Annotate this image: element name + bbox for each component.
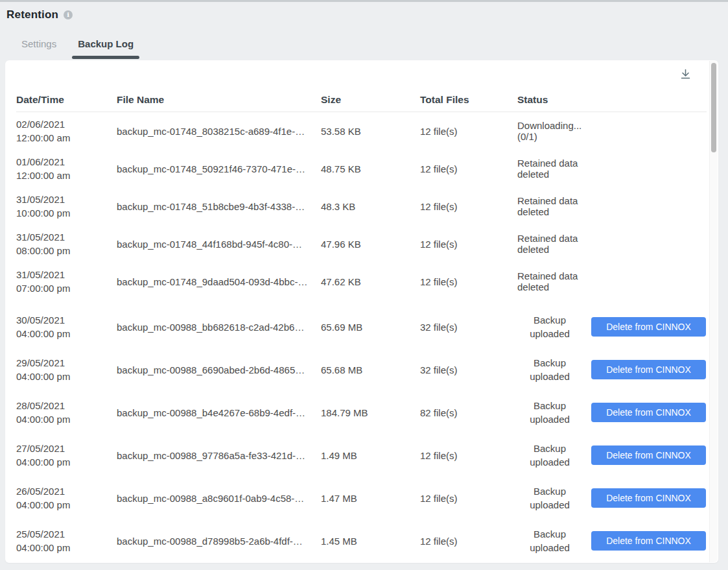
cell-action: Delete from CINNOX	[591, 403, 707, 422]
cell-total-files: 32 file(s)	[420, 364, 517, 375]
table-body: 02/06/2021 12:00:00 am backup_mc-01748_8…	[16, 112, 707, 562]
cell-total-files: 12 file(s)	[420, 163, 517, 174]
cell-date-time: 31/05/2021 08:00:00 pm	[16, 230, 117, 257]
cell-total-files: 12 file(s)	[420, 276, 517, 287]
cell-file-name: backup_mc-00988_a8c9601f-0ab9-4c58-…	[117, 493, 321, 504]
cell-date-time: 29/05/2021 04:00:00 pm	[16, 356, 117, 383]
cell-file-name: backup_mc-00988_bb682618-c2ad-42b6…	[117, 322, 321, 333]
page-title: Retention	[6, 8, 58, 21]
cell-total-files: 82 file(s)	[420, 407, 517, 418]
cell-status: Backup uploaded	[517, 313, 591, 340]
scrollbar-thumb[interactable]	[711, 63, 716, 152]
status-text: Backup uploaded	[517, 527, 582, 554]
cell-status: Retained data deleted	[517, 233, 591, 255]
card-toolbar	[16, 60, 707, 88]
table-row: 02/06/2021 12:00:00 am backup_mc-01748_8…	[16, 112, 707, 150]
cell-date-time: 30/05/2021 04:00:00 pm	[16, 313, 117, 340]
cell-file-name: backup_mc-01748_8038215c-a689-4f1e-…	[117, 126, 321, 137]
cell-size: 47.62 KB	[321, 276, 420, 287]
top-divider	[0, 0, 728, 2]
cell-file-name: backup_mc-00988_d78998b5-2a6b-4fdf-…	[117, 536, 321, 547]
cell-action: Delete from CINNOX	[591, 360, 707, 379]
column-header-file-name: File Name	[117, 94, 321, 106]
cell-status: Backup uploaded	[517, 442, 591, 469]
cell-date-time: 31/05/2021 10:00:00 pm	[16, 193, 117, 220]
cell-date: 25/05/2021	[16, 527, 117, 541]
cell-status: Retained data deleted	[517, 195, 591, 217]
cell-date: 27/05/2021	[16, 442, 117, 455]
page-header: Retention i	[0, 0, 728, 21]
cell-time: 04:00:00 pm	[16, 498, 117, 512]
cell-time: 04:00:00 pm	[16, 412, 117, 426]
table-header: Date/Time File Name Size Total Files Sta…	[16, 88, 707, 112]
cell-date-time: 31/05/2021 07:00:00 pm	[16, 268, 117, 295]
cell-total-files: 32 file(s)	[420, 322, 517, 333]
status-text: Backup uploaded	[517, 442, 582, 469]
cell-date-time: 01/06/2021 12:00:00 am	[16, 155, 117, 182]
scrollbar-track[interactable]	[709, 61, 718, 562]
cell-status: Backup uploaded	[517, 484, 591, 512]
status-text: Backup uploaded	[517, 484, 582, 512]
cell-date-time: 27/05/2021 04:00:00 pm	[16, 442, 117, 469]
tab-backup-log[interactable]: Backup Log	[72, 38, 139, 58]
status-text: Retained data deleted	[517, 195, 578, 217]
cell-date: 26/05/2021	[16, 484, 117, 498]
status-text: Retained data deleted	[517, 270, 578, 292]
delete-from-cinnox-button[interactable]: Delete from CINNOX	[591, 531, 706, 551]
cell-time: 12:00:00 am	[16, 169, 117, 182]
cell-file-name: backup_mc-00988_6690abed-2b6d-4865…	[117, 364, 321, 375]
delete-from-cinnox-button[interactable]: Delete from CINNOX	[591, 403, 706, 422]
cell-status: Backup uploaded	[517, 527, 591, 554]
table-row: 27/05/2021 04:00:00 pm backup_mc-00988_9…	[16, 434, 707, 477]
download-icon[interactable]	[678, 67, 692, 81]
cell-size: 47.96 KB	[321, 239, 420, 250]
cell-size: 65.68 MB	[321, 364, 420, 375]
cell-size: 65.69 MB	[321, 322, 420, 333]
cell-date-time: 26/05/2021 04:00:00 pm	[16, 484, 117, 512]
tab-backup-log-label: Backup Log	[78, 38, 134, 49]
status-text: Backup uploaded	[517, 399, 582, 426]
table-row: 26/05/2021 04:00:00 pm backup_mc-00988_a…	[16, 477, 707, 519]
cell-status: Backup uploaded	[517, 399, 591, 426]
status-text: Backup uploaded	[517, 313, 582, 340]
cell-size: 48.75 KB	[321, 163, 420, 174]
cell-time: 08:00:00 pm	[16, 244, 117, 257]
cell-total-files: 12 file(s)	[420, 239, 517, 250]
cell-total-files: 12 file(s)	[420, 536, 517, 547]
delete-from-cinnox-button[interactable]: Delete from CINNOX	[591, 360, 706, 379]
table-row: 31/05/2021 08:00:00 pm backup_mc-01748_4…	[16, 225, 707, 263]
status-text: Retained data deleted	[517, 233, 578, 255]
column-header-size: Size	[321, 94, 420, 106]
delete-from-cinnox-button[interactable]: Delete from CINNOX	[591, 317, 706, 337]
cell-date: 31/05/2021	[16, 230, 117, 244]
cell-time: 04:00:00 pm	[16, 455, 117, 469]
info-icon[interactable]: i	[64, 10, 73, 19]
cell-file-name: backup_mc-01748_51b8cbe9-4b3f-4338-…	[117, 201, 321, 212]
cell-file-name: backup_mc-00988_b4e4267e-68b9-4edf-…	[117, 407, 321, 418]
cell-file-name: backup_mc-01748_44f168bd-945f-4c80-…	[117, 239, 321, 250]
delete-from-cinnox-button[interactable]: Delete from CINNOX	[591, 445, 706, 465]
tab-settings[interactable]: Settings	[21, 38, 56, 58]
cell-date: 02/06/2021	[16, 117, 117, 131]
column-header-status: Status	[517, 94, 591, 106]
cell-date: 01/06/2021	[16, 155, 117, 169]
cell-action: Delete from CINNOX	[591, 488, 707, 508]
status-text: Downloading... (0/1)	[517, 120, 581, 142]
cell-size: 48.3 KB	[321, 201, 420, 212]
tab-bar: Settings Backup Log	[0, 21, 728, 58]
table-row: 30/05/2021 04:00:00 pm backup_mc-00988_b…	[16, 305, 707, 348]
cell-file-name: backup_mc-00988_97786a5a-fe33-421d-…	[117, 450, 321, 461]
cell-time: 04:00:00 pm	[16, 327, 117, 340]
table-row: 31/05/2021 10:00:00 pm backup_mc-01748_5…	[16, 187, 707, 225]
column-header-total-files: Total Files	[420, 94, 517, 106]
cell-file-name: backup_mc-01748_9daad504-093d-4bbc-…	[117, 276, 321, 287]
cell-date-time: 02/06/2021 12:00:00 am	[16, 117, 117, 145]
delete-from-cinnox-button[interactable]: Delete from CINNOX	[591, 488, 706, 508]
cell-date: 31/05/2021	[16, 193, 117, 206]
download-icon-glyph	[680, 69, 691, 80]
cell-time: 04:00:00 pm	[16, 541, 117, 554]
cell-size: 1.47 MB	[321, 493, 420, 504]
cell-total-files: 12 file(s)	[420, 450, 517, 461]
cell-time: 07:00:00 pm	[16, 281, 117, 295]
cell-date: 31/05/2021	[16, 268, 117, 281]
